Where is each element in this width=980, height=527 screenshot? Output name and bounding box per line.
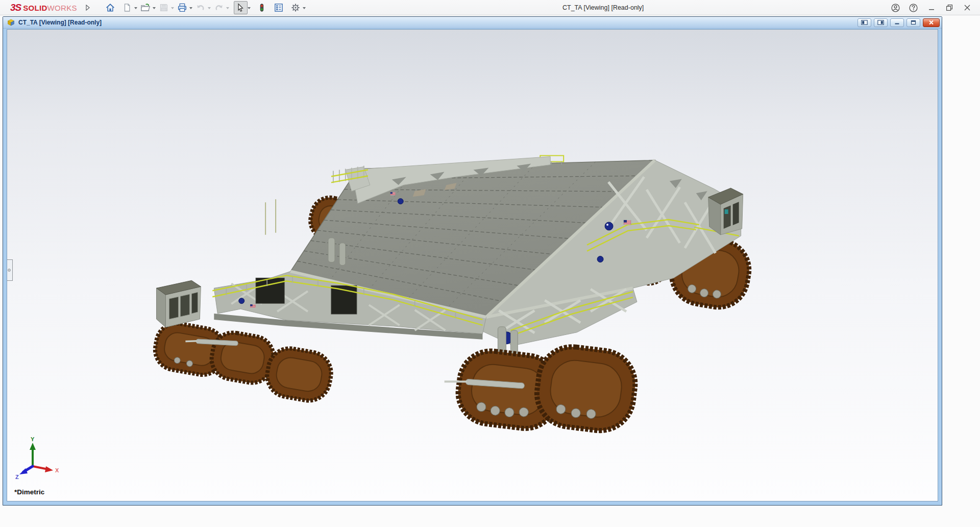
nasa-logo-decal — [398, 199, 403, 204]
account-button[interactable] — [887, 0, 904, 15]
app-window-controls — [887, 0, 980, 15]
menu-flyout-button[interactable] — [84, 3, 91, 13]
crawler-transporter-model — [7, 30, 938, 501]
cursor-arrow-icon — [235, 3, 246, 13]
pane-split-left-button[interactable] — [857, 18, 871, 27]
main-toolbar — [104, 1, 307, 14]
assembly-document-icon — [7, 18, 15, 27]
doc-restore-icon — [910, 20, 917, 25]
print-dropdown[interactable] — [189, 7, 192, 11]
report-icon — [274, 3, 284, 13]
file-new-icon — [122, 3, 132, 12]
view-orientation-label: *Dimetric — [14, 488, 44, 496]
doc-close-button[interactable] — [923, 18, 940, 27]
pane-split-left-icon — [861, 20, 868, 25]
dassault-3ds-logo-mark: 3S — [10, 2, 21, 13]
undo-dropdown[interactable] — [208, 7, 211, 11]
select-tool-dropdown[interactable] — [248, 7, 251, 11]
home-button[interactable] — [104, 1, 117, 14]
open-dropdown[interactable] — [153, 7, 156, 11]
minimize-button[interactable] — [922, 0, 940, 15]
restore-button[interactable] — [940, 0, 958, 15]
pane-handle-dot — [8, 269, 11, 272]
brand-text-bold: SOLID — [23, 4, 47, 12]
right-cab — [708, 188, 743, 235]
print-button[interactable] — [176, 1, 189, 14]
app-titlebar: 3S SOLID WORKS — [0, 0, 980, 15]
us-flag-decal — [250, 304, 255, 308]
home-icon — [105, 3, 115, 13]
save-button[interactable] — [157, 1, 171, 14]
app-window-title: CT_TA [Viewing] [Read-only] — [562, 0, 644, 15]
options-dropdown[interactable] — [303, 7, 306, 11]
gear-icon — [290, 3, 301, 13]
brand-text-light: WORKS — [47, 4, 77, 12]
us-flag-decal — [390, 192, 396, 195]
redo-button[interactable] — [212, 1, 226, 14]
folder-open-icon — [140, 3, 151, 13]
pane-split-right-button[interactable] — [874, 18, 888, 27]
left-cab — [157, 280, 201, 327]
triad-y-label: Y — [31, 437, 35, 442]
undo-button[interactable] — [194, 1, 208, 14]
open-button[interactable] — [139, 1, 153, 14]
stoplight-button[interactable] — [255, 1, 269, 14]
track-lower-left — [152, 320, 335, 404]
help-button[interactable] — [904, 0, 922, 15]
document-title: CT_TA [Viewing] [Read-only] — [18, 19, 855, 26]
save-dropdown[interactable] — [171, 7, 174, 11]
triad-z-label: Z — [15, 474, 19, 480]
close-button[interactable] — [958, 0, 976, 15]
document-titlebar[interactable]: CT_TA [Viewing] [Read-only] — [3, 17, 942, 29]
close-icon — [963, 4, 971, 12]
antenna-masts — [265, 199, 276, 235]
nasa-logo-decal — [239, 298, 244, 304]
track-bottom-center — [444, 343, 639, 435]
nasa-logo-decal — [597, 256, 603, 262]
doc-restore-button[interactable] — [906, 18, 920, 27]
redo-arrow-icon — [214, 3, 224, 13]
pane-split-right-icon — [877, 20, 884, 25]
help-icon — [909, 3, 918, 13]
graphics-viewport[interactable]: Y X Z *Dimetric — [7, 30, 938, 501]
triad-x-label: X — [55, 467, 59, 473]
select-tool-button[interactable] — [234, 1, 248, 14]
stoplight-icon — [257, 3, 266, 13]
floppy-icon — [159, 3, 168, 12]
account-icon — [891, 3, 900, 13]
doc-minimize-button[interactable] — [890, 18, 904, 27]
us-flag-decal — [624, 220, 631, 225]
new-document-button[interactable] — [120, 1, 134, 14]
document-body: Y X Z *Dimetric — [7, 29, 938, 501]
feature-pane-handle[interactable] — [7, 259, 13, 281]
printer-icon — [177, 3, 187, 13]
minimize-icon — [927, 4, 936, 12]
doc-minimize-icon — [894, 20, 900, 25]
options-button[interactable] — [289, 1, 303, 14]
report-pane-button[interactable] — [272, 1, 286, 14]
document-window: CT_TA [Viewing] [Read-only] — [3, 16, 942, 506]
mdi-workspace: CT_TA [Viewing] [Read-only] — [0, 15, 980, 527]
new-document-dropdown[interactable] — [134, 7, 137, 11]
doc-close-icon — [928, 20, 935, 25]
restore-icon — [945, 4, 953, 12]
undo-arrow-icon — [195, 3, 206, 13]
redo-dropdown[interactable] — [226, 7, 229, 11]
chevron-right-icon — [85, 5, 90, 11]
orientation-triad[interactable]: Y X Z — [15, 437, 64, 480]
solidworks-logo: 3S SOLID WORKS — [10, 2, 77, 13]
nasa-logo-decal — [605, 222, 613, 230]
